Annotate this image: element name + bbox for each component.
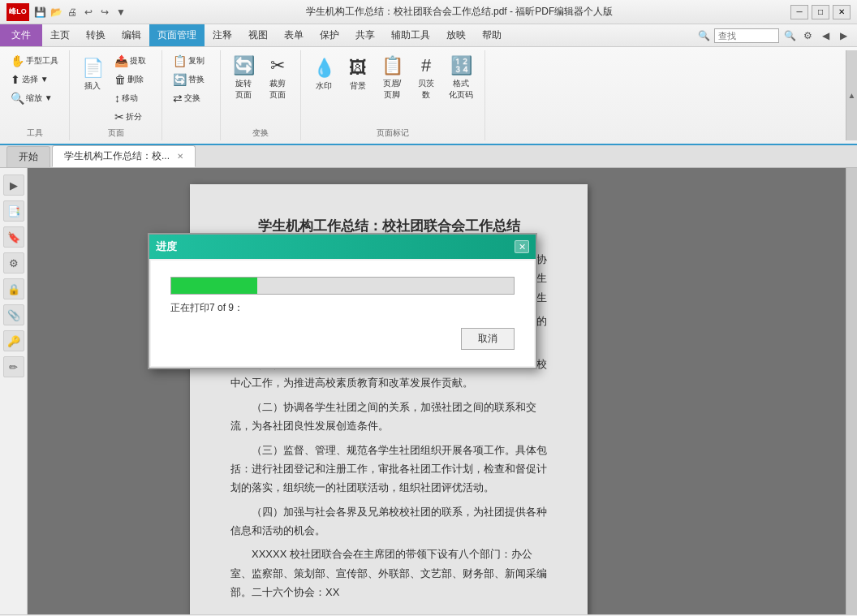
minimize-btn[interactable]: ─ [790, 5, 808, 19]
transform-group-label: 变换 [227, 127, 294, 139]
background-btn[interactable]: 🖼 背景 [342, 52, 374, 97]
tools-group-label: 工具 [6, 127, 62, 139]
format-page-num-btn[interactable]: 🔢 格式化页码 [444, 52, 478, 104]
copy-icon: 📋 [173, 54, 187, 67]
menu-home[interactable]: 主页 [42, 24, 78, 46]
menu-play[interactable]: 放映 [438, 24, 474, 46]
watermark-btn[interactable]: 💧 水印 [308, 52, 340, 97]
menu-file[interactable]: 文件 [0, 24, 42, 46]
ribbon-group-transform: 🔄 旋转页面 ✂ 裁剪页面 变换 [221, 50, 301, 140]
replace-btn[interactable]: 🔄 替换 [169, 71, 213, 88]
tabs-bar: 开始 学生机构工作总结：校... ✕ [0, 145, 857, 168]
select-tool-btn[interactable]: ⬆ 选择 ▼ [6, 71, 62, 88]
menu-form[interactable]: 表单 [276, 24, 312, 46]
menu-edit[interactable]: 编辑 [114, 24, 149, 46]
split-icon: ✂ [114, 110, 124, 123]
header-footer-icon: 📋 [381, 55, 403, 76]
settings-icon[interactable]: ⚙ [800, 28, 815, 43]
mark-group-label: 页面标记 [308, 127, 478, 139]
open-btn[interactable]: 📂 [49, 5, 63, 19]
tab-start[interactable]: 开始 [6, 146, 50, 167]
close-btn[interactable]: ✕ [833, 5, 851, 19]
menu-page-manage[interactable]: 页面管理 [149, 24, 205, 46]
print-btn[interactable]: 🖨 [65, 5, 80, 19]
redo-btn[interactable]: ↪ [97, 5, 112, 19]
search-icon[interactable]: 🔍 [696, 28, 711, 43]
page-group-label: 页面 [76, 127, 155, 139]
ribbon-group-page: 📄 插入 📤 提取 🗑 删除 ↕ 移动 ✂ 折分 [70, 50, 162, 140]
window-title: 学生机构工作总结：校社团联合会工作总结.pdf - 福昕PDF编辑器个人版 [128, 5, 790, 19]
dialog-close-btn[interactable]: ✕ [515, 240, 529, 253]
tab-close-icon[interactable]: ✕ [177, 152, 183, 161]
exchange-icon: ⇄ [173, 92, 183, 105]
progress-dialog: 进度 ✕ 正在打印7 of 9： 取消 [148, 233, 537, 369]
search-submit-btn[interactable]: 🔍 [782, 28, 797, 43]
header-footer-btn[interactable]: 📋 页眉/页脚 [376, 52, 408, 104]
split-btn[interactable]: ✂ 折分 [110, 108, 155, 126]
extract-btn[interactable]: 📤 提取 [110, 52, 155, 70]
sidebar-attach-btn[interactable]: 📎 [3, 304, 24, 325]
cancel-button[interactable]: 取消 [461, 328, 515, 350]
hand-icon: ✋ [11, 54, 24, 67]
search-input[interactable] [714, 28, 779, 43]
menu-protect[interactable]: 保护 [312, 24, 347, 46]
menu-help[interactable]: 帮助 [474, 24, 510, 46]
save-btn[interactable]: 💾 [32, 5, 47, 19]
menu-bar: 文件 主页 转换 编辑 页面管理 注释 视图 表单 保护 共享 辅助工具 放映 … [0, 24, 857, 47]
sidebar-sign-btn[interactable]: 🔑 [3, 330, 24, 351]
extract-icon: 📤 [114, 54, 128, 67]
menu-view[interactable]: 视图 [240, 24, 276, 46]
sidebar-edit-btn[interactable]: ✏ [3, 356, 24, 377]
crop-btn[interactable]: ✂ 裁剪页面 [261, 52, 294, 104]
delete-btn[interactable]: 🗑 删除 [110, 71, 155, 88]
page-container: 学生机构工作总结：校社团联合会工作总结 受校团委领导，协联的宗旨是培养学生康发展… [28, 168, 857, 614]
hand-tool-btn[interactable]: ✋ 手型工具 [6, 52, 62, 70]
ribbon-group-mark: 💧 水印 🖼 背景 📋 页眉/页脚 # 贝茨数 🔢 格式化页码 页面标记 [301, 50, 485, 140]
zoom-icon: 🔍 [11, 92, 24, 105]
background-icon: 🖼 [349, 58, 367, 79]
menu-comment[interactable]: 注释 [205, 24, 240, 46]
bates-btn[interactable]: # 贝茨数 [410, 52, 442, 104]
sidebar-bookmarks-btn[interactable]: 🔖 [3, 226, 24, 248]
rotate-btn[interactable]: 🔄 旋转页面 [227, 52, 260, 104]
dialog-overlay: 进度 ✕ 正在打印7 of 9： 取消 [28, 168, 857, 614]
format-num-icon: 🔢 [450, 55, 472, 76]
crop-icon: ✂ [270, 55, 285, 76]
bates-icon: # [421, 55, 431, 76]
ribbon-collapse-btn[interactable]: ▲ [846, 50, 857, 140]
left-sidebar: ▶ 📑 🔖 ⚙ 🔒 📎 🔑 ✏ [0, 168, 28, 614]
app-logo: 峰LO [6, 3, 29, 21]
progress-bar-container [170, 277, 515, 295]
replace-icon: 🔄 [173, 73, 187, 86]
sidebar-nav-btn[interactable]: ▶ [3, 174, 24, 196]
ribbon: ✋ 手型工具 ⬆ 选择 ▼ 🔍 缩放 ▼ 工具 📄 插入 [0, 47, 857, 145]
customize-btn[interactable]: ▼ [114, 5, 128, 19]
undo-btn[interactable]: ↩ [81, 5, 96, 19]
insert-page-btn[interactable]: 📄 插入 [76, 52, 109, 97]
rotate-icon: 🔄 [233, 55, 255, 76]
sidebar-settings-btn[interactable]: ⚙ [3, 252, 24, 274]
sidebar-security-btn[interactable]: 🔒 [3, 278, 24, 299]
dialog-buttons: 取消 [170, 328, 515, 350]
progress-text: 正在打印7 of 9： [170, 301, 515, 315]
ribbon-group-copy: 📋 复制 🔄 替换 ⇄ 交换 [162, 50, 221, 140]
title-bar-left: 峰LO 💾 📂 🖨 ↩ ↪ ▼ [6, 3, 128, 21]
maximize-btn[interactable]: □ [812, 5, 829, 19]
menu-convert[interactable]: 转换 [78, 24, 114, 46]
tab-document[interactable]: 学生机构工作总结：校... ✕ [52, 145, 196, 167]
title-bar: 峰LO 💾 📂 🖨 ↩ ↪ ▼ 学生机构工作总结：校社团联合会工作总结.pdf … [0, 0, 857, 24]
move-btn[interactable]: ↕ 移动 [110, 89, 155, 107]
sidebar-pages-btn[interactable]: 📑 [3, 200, 24, 222]
progress-bar-fill [171, 278, 257, 294]
menu-share[interactable]: 共享 [347, 24, 383, 46]
dialog-title-bar: 进度 ✕ [149, 235, 536, 259]
menu-assist[interactable]: 辅助工具 [383, 24, 438, 46]
nav-back-btn[interactable]: ◀ [818, 28, 833, 43]
exchange-btn[interactable]: ⇄ 交换 [169, 89, 213, 107]
zoom-tool-btn[interactable]: 🔍 缩放 ▼ [6, 89, 62, 107]
nav-fwd-btn[interactable]: ▶ [836, 28, 851, 43]
watermark-icon: 💧 [313, 58, 335, 79]
dialog-title: 进度 [156, 239, 177, 254]
delete-icon: 🗑 [114, 73, 126, 86]
copy-btn[interactable]: 📋 复制 [169, 52, 213, 70]
